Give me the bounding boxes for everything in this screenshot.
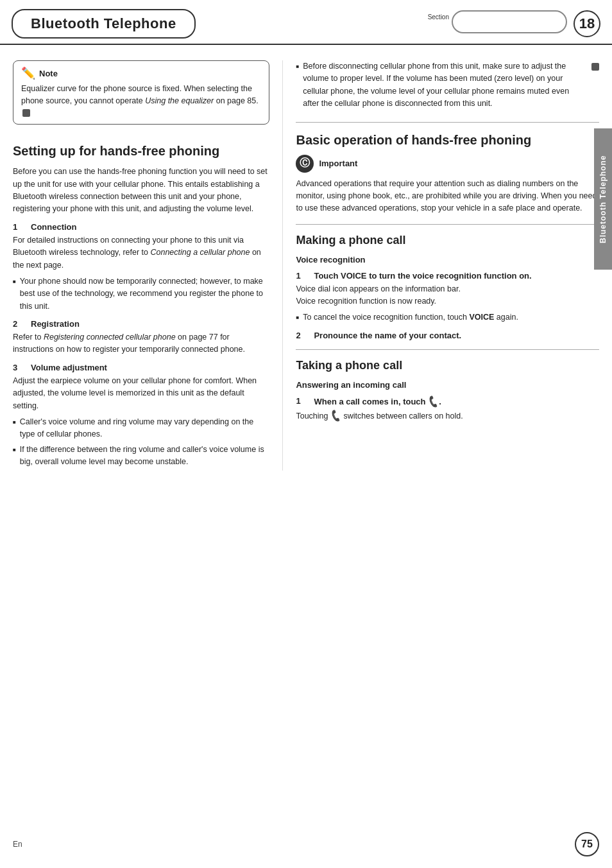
taking-step1-num: 1 (296, 396, 307, 406)
page-wrapper: Bluetooth Telephone Section 18 Bluetooth… (0, 0, 612, 868)
voice-step2: 2 Pronounce the name of your contact. (296, 331, 599, 340)
setting-up-intro: Before you can use the hands-free phonin… (13, 166, 269, 216)
basic-operation-heading: Basic operation of hands-free phoning (296, 132, 599, 148)
important-body: Advanced operations that require your at… (296, 178, 599, 215)
step3-bullet1: Caller's voice volume and ring volume ma… (13, 416, 269, 441)
step1-body: For detailed instructions on connecting … (13, 234, 269, 272)
right-note-area: Before disconnecting cellular phone from… (296, 60, 599, 110)
page-footer: En 75 (0, 832, 612, 856)
note-italic: Using the equalizer (145, 96, 214, 105)
phone-icon: 📞 (427, 394, 440, 408)
step2-heading: Registration (31, 319, 80, 329)
step3-heading: Volume adjustment (31, 363, 107, 372)
setting-up-heading: Setting up for hands-free phoning (13, 143, 269, 159)
phone-icon-2: 📞 (328, 407, 343, 424)
stop-symbol-right (591, 63, 599, 71)
step2-body: Refer to Registering connected cellular … (13, 331, 269, 356)
step1-heading: Connection (31, 222, 77, 232)
step-volume: 3 Volume adjustment (13, 363, 269, 372)
page-title: Bluetooth Telephone (12, 9, 196, 39)
voice-step1-body: Voice dial icon appears on the informati… (296, 283, 599, 308)
note-label: Note (39, 69, 58, 78)
main-content: ✏️ Note Equalizer curve for the phone so… (0, 50, 612, 481)
note-text: Equalizer curve for the phone source is … (21, 83, 261, 119)
divider3 (296, 349, 599, 350)
left-column: ✏️ Note Equalizer curve for the phone so… (13, 60, 282, 471)
header-oval (452, 10, 567, 33)
step2-num: 2 (13, 319, 24, 329)
step-registration: 2 Registration (13, 319, 269, 329)
voice-step2-num: 2 (296, 331, 307, 340)
right-note-bullet: Before disconnecting cellular phone from… (296, 60, 599, 110)
note-icon: ✏️ (21, 66, 35, 80)
section-label: Section (428, 10, 449, 21)
step1-bullet: Your phone should now be temporarily con… (13, 275, 269, 313)
voice-recognition-subheading: Voice recognition (296, 255, 599, 265)
step3-bullet2: If the difference between the ring volum… (13, 444, 269, 469)
taking-step1-body: Touching 📞 switches between callers on h… (296, 409, 599, 423)
divider2 (296, 224, 599, 225)
note-header: ✏️ Note (21, 66, 261, 80)
taking-call-heading: Taking a phone call (296, 359, 599, 372)
step3-num: 3 (13, 363, 24, 372)
section-number: 18 (574, 10, 600, 37)
voice-step1-heading: Touch VOICE to turn the voice recognitio… (314, 271, 531, 281)
voice-step1-bullet: To cancel the voice recognition function… (296, 311, 599, 324)
divider1 (296, 122, 599, 123)
voice-step1-num: 1 (296, 271, 307, 281)
taking-step1: 1 When a call comes in, touch 📞. (296, 396, 599, 406)
footer-lang: En (13, 840, 22, 849)
taking-step1-heading: When a call comes in, touch 📞. (314, 396, 441, 406)
step3-body: Adjust the earpiece volume on your cellu… (13, 375, 269, 412)
step-connection: 1 Connection (13, 222, 269, 232)
side-tab: Bluetooth Telephone (594, 128, 612, 270)
stop-symbol (22, 109, 30, 117)
important-label: Important (319, 159, 357, 168)
important-icon: Ⓒ (296, 155, 314, 173)
page-header: Bluetooth Telephone Section 18 (0, 0, 612, 45)
answering-subheading: Answering an incoming call (296, 380, 599, 390)
voice-step2-heading: Pronounce the name of your contact. (314, 331, 461, 340)
section-info: Section 18 (428, 10, 600, 37)
right-column: Before disconnecting cellular phone from… (282, 60, 599, 471)
voice-step1: 1 Touch VOICE to turn the voice recognit… (296, 271, 599, 281)
footer-page-number: 75 (575, 832, 599, 856)
note-suffix: on page 85. (214, 96, 259, 105)
making-call-heading: Making a phone call (296, 234, 599, 247)
step1-num: 1 (13, 222, 24, 232)
important-box: Ⓒ Important (296, 155, 599, 173)
note-box: ✏️ Note Equalizer curve for the phone so… (13, 60, 269, 125)
